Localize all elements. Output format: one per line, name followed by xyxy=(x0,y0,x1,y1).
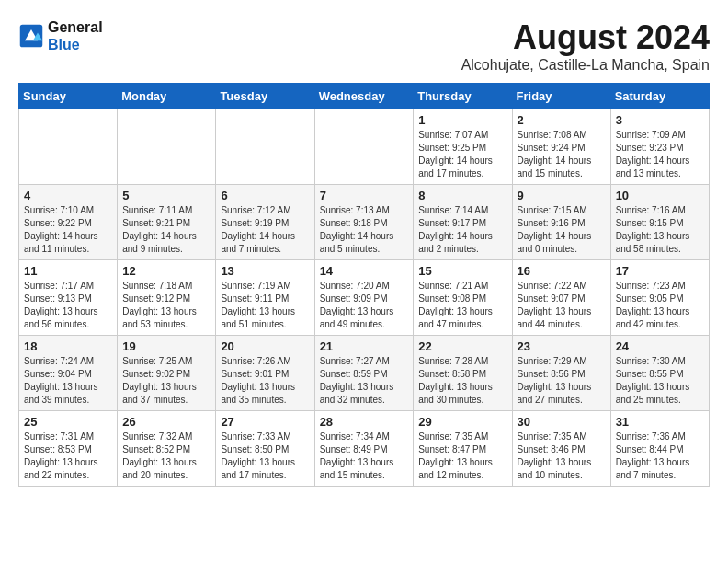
day-number: 12 xyxy=(122,264,210,278)
day-cell: 30Sunrise: 7:35 AM Sunset: 8:46 PM Dayli… xyxy=(512,411,610,487)
day-number: 17 xyxy=(616,264,704,278)
day-number: 21 xyxy=(320,339,409,353)
day-cell: 18Sunrise: 7:24 AM Sunset: 9:04 PM Dayli… xyxy=(19,336,118,411)
day-info: Sunrise: 7:14 AM Sunset: 9:17 PM Dayligh… xyxy=(418,204,506,256)
day-number: 15 xyxy=(418,264,506,278)
day-number: 18 xyxy=(24,339,112,353)
day-info: Sunrise: 7:29 AM Sunset: 8:56 PM Dayligh… xyxy=(518,355,606,407)
day-cell: 15Sunrise: 7:21 AM Sunset: 9:08 PM Dayli… xyxy=(414,260,512,336)
day-info: Sunrise: 7:27 AM Sunset: 8:59 PM Dayligh… xyxy=(320,355,409,407)
day-number: 28 xyxy=(320,415,409,429)
day-number: 8 xyxy=(418,189,506,202)
day-cell: 29Sunrise: 7:35 AM Sunset: 8:47 PM Dayli… xyxy=(414,411,512,487)
day-info: Sunrise: 7:23 AM Sunset: 9:05 PM Dayligh… xyxy=(616,280,704,331)
weekday-header-monday: Monday xyxy=(118,84,216,109)
day-cell: 19Sunrise: 7:25 AM Sunset: 9:02 PM Dayli… xyxy=(118,336,216,411)
day-cell xyxy=(314,109,414,185)
day-cell: 24Sunrise: 7:30 AM Sunset: 8:55 PM Dayli… xyxy=(610,336,709,411)
day-cell: 12Sunrise: 7:18 AM Sunset: 9:12 PM Dayli… xyxy=(118,260,216,336)
weekday-header-row: SundayMondayTuesdayWednesdayThursdayFrid… xyxy=(19,84,710,109)
day-info: Sunrise: 7:26 AM Sunset: 9:01 PM Dayligh… xyxy=(221,355,309,407)
day-info: Sunrise: 7:11 AM Sunset: 9:21 PM Dayligh… xyxy=(122,204,210,256)
day-info: Sunrise: 7:28 AM Sunset: 8:58 PM Dayligh… xyxy=(418,355,506,407)
day-cell: 11Sunrise: 7:17 AM Sunset: 9:13 PM Dayli… xyxy=(19,260,118,336)
day-number: 16 xyxy=(518,264,606,278)
day-number: 31 xyxy=(616,415,704,429)
day-cell: 3Sunrise: 7:09 AM Sunset: 9:23 PM Daylig… xyxy=(610,109,709,185)
day-number: 29 xyxy=(418,415,506,429)
day-number: 11 xyxy=(24,264,112,278)
week-row-1: 1Sunrise: 7:07 AM Sunset: 9:25 PM Daylig… xyxy=(19,109,710,185)
weekday-header-sunday: Sunday xyxy=(19,84,118,109)
day-number: 23 xyxy=(518,339,606,353)
day-number: 7 xyxy=(320,189,409,202)
weekday-header-friday: Friday xyxy=(512,84,610,109)
day-info: Sunrise: 7:22 AM Sunset: 9:07 PM Dayligh… xyxy=(518,280,606,331)
day-info: Sunrise: 7:21 AM Sunset: 9:08 PM Dayligh… xyxy=(418,280,506,331)
day-cell: 22Sunrise: 7:28 AM Sunset: 8:58 PM Dayli… xyxy=(414,336,512,411)
day-info: Sunrise: 7:09 AM Sunset: 9:23 PM Dayligh… xyxy=(616,129,704,180)
day-cell: 7Sunrise: 7:13 AM Sunset: 9:18 PM Daylig… xyxy=(314,185,414,260)
day-info: Sunrise: 7:12 AM Sunset: 9:19 PM Dayligh… xyxy=(221,204,309,256)
day-cell: 28Sunrise: 7:34 AM Sunset: 8:49 PM Dayli… xyxy=(314,411,414,487)
title-section: August 2024 Alcohujate, Castille-La Manc… xyxy=(461,18,710,74)
week-row-5: 25Sunrise: 7:31 AM Sunset: 8:53 PM Dayli… xyxy=(19,411,710,487)
day-cell: 20Sunrise: 7:26 AM Sunset: 9:01 PM Dayli… xyxy=(216,336,314,411)
day-info: Sunrise: 7:35 AM Sunset: 8:47 PM Dayligh… xyxy=(418,431,506,482)
location-subtitle: Alcohujate, Castille-La Mancha, Spain xyxy=(461,57,710,74)
day-number: 3 xyxy=(616,113,704,127)
day-number: 24 xyxy=(616,339,704,353)
day-number: 1 xyxy=(418,113,506,127)
day-info: Sunrise: 7:33 AM Sunset: 8:50 PM Dayligh… xyxy=(221,431,309,482)
day-info: Sunrise: 7:25 AM Sunset: 9:02 PM Dayligh… xyxy=(122,355,210,407)
day-number: 6 xyxy=(221,189,309,202)
day-number: 9 xyxy=(518,189,606,202)
page-header: General Blue August 2024 Alcohujate, Cas… xyxy=(18,18,710,74)
week-row-2: 4Sunrise: 7:10 AM Sunset: 9:22 PM Daylig… xyxy=(19,185,710,260)
day-cell: 17Sunrise: 7:23 AM Sunset: 9:05 PM Dayli… xyxy=(610,260,709,336)
day-number: 20 xyxy=(221,339,309,353)
day-cell: 10Sunrise: 7:16 AM Sunset: 9:15 PM Dayli… xyxy=(610,185,709,260)
day-number: 27 xyxy=(221,415,309,429)
day-info: Sunrise: 7:07 AM Sunset: 9:25 PM Dayligh… xyxy=(418,129,506,180)
week-row-4: 18Sunrise: 7:24 AM Sunset: 9:04 PM Dayli… xyxy=(19,336,710,411)
day-cell: 8Sunrise: 7:14 AM Sunset: 9:17 PM Daylig… xyxy=(414,185,512,260)
day-number: 2 xyxy=(518,113,606,127)
week-row-3: 11Sunrise: 7:17 AM Sunset: 9:13 PM Dayli… xyxy=(19,260,710,336)
day-info: Sunrise: 7:10 AM Sunset: 9:22 PM Dayligh… xyxy=(24,204,112,256)
day-number: 10 xyxy=(616,189,704,202)
day-info: Sunrise: 7:19 AM Sunset: 9:11 PM Dayligh… xyxy=(221,280,309,331)
day-cell: 13Sunrise: 7:19 AM Sunset: 9:11 PM Dayli… xyxy=(216,260,314,336)
day-info: Sunrise: 7:30 AM Sunset: 8:55 PM Dayligh… xyxy=(616,355,704,407)
day-info: Sunrise: 7:18 AM Sunset: 9:12 PM Dayligh… xyxy=(122,280,210,331)
day-info: Sunrise: 7:17 AM Sunset: 9:13 PM Dayligh… xyxy=(24,280,112,331)
day-number: 26 xyxy=(122,415,210,429)
day-info: Sunrise: 7:31 AM Sunset: 8:53 PM Dayligh… xyxy=(24,431,112,482)
day-info: Sunrise: 7:35 AM Sunset: 8:46 PM Dayligh… xyxy=(518,431,606,482)
day-number: 22 xyxy=(418,339,506,353)
day-number: 19 xyxy=(122,339,210,353)
day-cell xyxy=(216,109,314,185)
weekday-header-wednesday: Wednesday xyxy=(314,84,414,109)
day-info: Sunrise: 7:15 AM Sunset: 9:16 PM Dayligh… xyxy=(518,204,606,256)
weekday-header-saturday: Saturday xyxy=(610,84,709,109)
day-cell xyxy=(19,109,118,185)
day-number: 30 xyxy=(518,415,606,429)
day-info: Sunrise: 7:16 AM Sunset: 9:15 PM Dayligh… xyxy=(616,204,704,256)
day-cell: 26Sunrise: 7:32 AM Sunset: 8:52 PM Dayli… xyxy=(118,411,216,487)
logo: General Blue xyxy=(18,18,103,53)
day-cell: 14Sunrise: 7:20 AM Sunset: 9:09 PM Dayli… xyxy=(314,260,414,336)
day-info: Sunrise: 7:36 AM Sunset: 8:44 PM Dayligh… xyxy=(616,431,704,482)
day-cell: 5Sunrise: 7:11 AM Sunset: 9:21 PM Daylig… xyxy=(118,185,216,260)
day-info: Sunrise: 7:32 AM Sunset: 8:52 PM Dayligh… xyxy=(122,431,210,482)
day-cell: 27Sunrise: 7:33 AM Sunset: 8:50 PM Dayli… xyxy=(216,411,314,487)
day-cell: 31Sunrise: 7:36 AM Sunset: 8:44 PM Dayli… xyxy=(610,411,709,487)
day-cell: 25Sunrise: 7:31 AM Sunset: 8:53 PM Dayli… xyxy=(19,411,118,487)
day-number: 13 xyxy=(221,264,309,278)
calendar-table: SundayMondayTuesdayWednesdayThursdayFrid… xyxy=(18,83,710,487)
day-number: 25 xyxy=(24,415,112,429)
logo-text: General Blue xyxy=(48,18,103,53)
day-number: 14 xyxy=(320,264,409,278)
day-info: Sunrise: 7:24 AM Sunset: 9:04 PM Dayligh… xyxy=(24,355,112,407)
month-year-title: August 2024 xyxy=(461,18,710,57)
